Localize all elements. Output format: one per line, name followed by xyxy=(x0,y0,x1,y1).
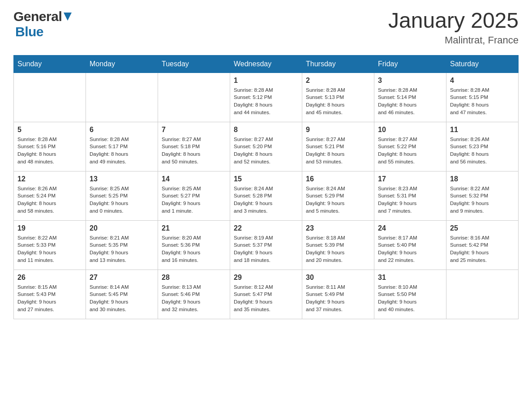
day-header-tuesday: Tuesday xyxy=(158,55,230,73)
calendar-cell: 30Sunrise: 8:11 AM Sunset: 5:49 PM Dayli… xyxy=(302,270,374,319)
calendar-cell: 13Sunrise: 8:25 AM Sunset: 5:25 PM Dayli… xyxy=(86,171,158,220)
calendar-cell: 27Sunrise: 8:14 AM Sunset: 5:45 PM Dayli… xyxy=(86,270,158,319)
logo-triangle-icon xyxy=(64,13,72,22)
day-number: 16 xyxy=(306,175,370,183)
calendar-cell: 23Sunrise: 8:18 AM Sunset: 5:39 PM Dayli… xyxy=(302,220,374,270)
calendar-cell: 14Sunrise: 8:25 AM Sunset: 5:27 PM Dayli… xyxy=(158,171,230,220)
day-info: Sunrise: 8:27 AM Sunset: 5:18 PM Dayligh… xyxy=(162,136,226,166)
day-info: Sunrise: 8:22 AM Sunset: 5:32 PM Dayligh… xyxy=(450,185,515,215)
day-number: 18 xyxy=(450,175,515,183)
day-info: Sunrise: 8:14 AM Sunset: 5:45 PM Dayligh… xyxy=(90,283,154,313)
page-header: General Blue January 2025 Malintrat, Fra… xyxy=(13,9,519,46)
calendar-cell: 4Sunrise: 8:28 AM Sunset: 5:15 PM Daylig… xyxy=(446,73,519,122)
day-info: Sunrise: 8:11 AM Sunset: 5:49 PM Dayligh… xyxy=(306,283,370,313)
calendar-cell: 15Sunrise: 8:24 AM Sunset: 5:28 PM Dayli… xyxy=(230,171,302,220)
day-number: 25 xyxy=(450,224,515,232)
day-info: Sunrise: 8:17 AM Sunset: 5:40 PM Dayligh… xyxy=(378,234,442,264)
day-number: 26 xyxy=(17,274,82,282)
day-number: 6 xyxy=(90,126,154,134)
calendar-cell: 22Sunrise: 8:19 AM Sunset: 5:37 PM Dayli… xyxy=(230,220,302,270)
calendar-cell: 8Sunrise: 8:27 AM Sunset: 5:20 PM Daylig… xyxy=(230,122,302,171)
day-info: Sunrise: 8:27 AM Sunset: 5:22 PM Dayligh… xyxy=(378,136,442,166)
calendar-cell: 2Sunrise: 8:28 AM Sunset: 5:13 PM Daylig… xyxy=(302,73,374,122)
calendar-week-2: 5Sunrise: 8:28 AM Sunset: 5:16 PM Daylig… xyxy=(14,122,519,171)
calendar-cell xyxy=(446,270,519,319)
logo: General Blue xyxy=(13,9,72,39)
day-number: 21 xyxy=(162,224,226,232)
calendar-week-4: 19Sunrise: 8:22 AM Sunset: 5:33 PM Dayli… xyxy=(14,220,519,270)
day-info: Sunrise: 8:12 AM Sunset: 5:47 PM Dayligh… xyxy=(234,283,298,313)
day-number: 15 xyxy=(234,175,298,183)
day-number: 1 xyxy=(234,77,298,85)
day-info: Sunrise: 8:24 AM Sunset: 5:28 PM Dayligh… xyxy=(234,185,298,215)
calendar-cell: 1Sunrise: 8:28 AM Sunset: 5:12 PM Daylig… xyxy=(230,73,302,122)
calendar-cell: 6Sunrise: 8:28 AM Sunset: 5:17 PM Daylig… xyxy=(86,122,158,171)
calendar-title: January 2025 xyxy=(388,9,519,33)
svg-marker-0 xyxy=(64,13,72,21)
day-number: 8 xyxy=(234,126,298,134)
calendar-cell: 29Sunrise: 8:12 AM Sunset: 5:47 PM Dayli… xyxy=(230,270,302,319)
calendar-cell: 28Sunrise: 8:13 AM Sunset: 5:46 PM Dayli… xyxy=(158,270,230,319)
calendar-subtitle: Malintrat, France xyxy=(388,34,519,46)
day-number: 9 xyxy=(306,126,370,134)
calendar-cell: 5Sunrise: 8:28 AM Sunset: 5:16 PM Daylig… xyxy=(14,122,86,171)
calendar-cell xyxy=(158,73,230,122)
day-number: 19 xyxy=(17,224,82,232)
day-info: Sunrise: 8:25 AM Sunset: 5:25 PM Dayligh… xyxy=(90,185,154,215)
day-number: 17 xyxy=(378,175,442,183)
calendar-week-5: 26Sunrise: 8:15 AM Sunset: 5:43 PM Dayli… xyxy=(14,270,519,319)
day-info: Sunrise: 8:28 AM Sunset: 5:15 PM Dayligh… xyxy=(450,86,515,116)
logo-general-text: General xyxy=(13,9,62,24)
calendar-cell xyxy=(14,73,86,122)
day-info: Sunrise: 8:28 AM Sunset: 5:13 PM Dayligh… xyxy=(306,86,370,116)
day-number: 28 xyxy=(162,274,226,282)
day-info: Sunrise: 8:28 AM Sunset: 5:12 PM Dayligh… xyxy=(234,86,298,116)
day-info: Sunrise: 8:18 AM Sunset: 5:39 PM Dayligh… xyxy=(306,234,370,264)
day-header-sunday: Sunday xyxy=(14,55,86,73)
day-info: Sunrise: 8:26 AM Sunset: 5:23 PM Dayligh… xyxy=(450,136,515,166)
logo-blue-text: Blue xyxy=(15,24,43,39)
calendar-week-1: 1Sunrise: 8:28 AM Sunset: 5:12 PM Daylig… xyxy=(14,73,519,122)
day-info: Sunrise: 8:24 AM Sunset: 5:29 PM Dayligh… xyxy=(306,185,370,215)
calendar-cell: 24Sunrise: 8:17 AM Sunset: 5:40 PM Dayli… xyxy=(374,220,446,270)
day-number: 30 xyxy=(306,274,370,282)
calendar-table: SundayMondayTuesdayWednesdayThursdayFrid… xyxy=(13,55,519,319)
day-info: Sunrise: 8:28 AM Sunset: 5:14 PM Dayligh… xyxy=(378,86,442,116)
day-number: 13 xyxy=(90,175,154,183)
day-info: Sunrise: 8:28 AM Sunset: 5:16 PM Dayligh… xyxy=(17,136,82,166)
day-header-thursday: Thursday xyxy=(302,55,374,73)
calendar-cell: 3Sunrise: 8:28 AM Sunset: 5:14 PM Daylig… xyxy=(374,73,446,122)
calendar-header-row: SundayMondayTuesdayWednesdayThursdayFrid… xyxy=(14,55,519,73)
day-number: 27 xyxy=(90,274,154,282)
day-number: 2 xyxy=(306,77,370,85)
day-info: Sunrise: 8:27 AM Sunset: 5:20 PM Dayligh… xyxy=(234,136,298,166)
calendar-cell: 10Sunrise: 8:27 AM Sunset: 5:22 PM Dayli… xyxy=(374,122,446,171)
day-info: Sunrise: 8:21 AM Sunset: 5:35 PM Dayligh… xyxy=(90,234,154,264)
calendar-cell: 20Sunrise: 8:21 AM Sunset: 5:35 PM Dayli… xyxy=(86,220,158,270)
day-info: Sunrise: 8:26 AM Sunset: 5:24 PM Dayligh… xyxy=(17,185,82,215)
calendar-cell: 17Sunrise: 8:23 AM Sunset: 5:31 PM Dayli… xyxy=(374,171,446,220)
day-info: Sunrise: 8:22 AM Sunset: 5:33 PM Dayligh… xyxy=(17,234,82,264)
day-info: Sunrise: 8:13 AM Sunset: 5:46 PM Dayligh… xyxy=(162,283,226,313)
day-number: 4 xyxy=(450,77,515,85)
day-header-wednesday: Wednesday xyxy=(230,55,302,73)
day-header-saturday: Saturday xyxy=(446,55,519,73)
calendar-cell: 31Sunrise: 8:10 AM Sunset: 5:50 PM Dayli… xyxy=(374,270,446,319)
day-number: 22 xyxy=(234,224,298,232)
calendar-cell: 9Sunrise: 8:27 AM Sunset: 5:21 PM Daylig… xyxy=(302,122,374,171)
calendar-cell: 26Sunrise: 8:15 AM Sunset: 5:43 PM Dayli… xyxy=(14,270,86,319)
calendar-cell: 18Sunrise: 8:22 AM Sunset: 5:32 PM Dayli… xyxy=(446,171,519,220)
day-number: 12 xyxy=(17,175,82,183)
day-number: 14 xyxy=(162,175,226,183)
day-number: 29 xyxy=(234,274,298,282)
calendar-cell: 19Sunrise: 8:22 AM Sunset: 5:33 PM Dayli… xyxy=(14,220,86,270)
calendar-cell: 16Sunrise: 8:24 AM Sunset: 5:29 PM Dayli… xyxy=(302,171,374,220)
day-info: Sunrise: 8:27 AM Sunset: 5:21 PM Dayligh… xyxy=(306,136,370,166)
day-info: Sunrise: 8:23 AM Sunset: 5:31 PM Dayligh… xyxy=(378,185,442,215)
day-number: 11 xyxy=(450,126,515,134)
calendar-cell xyxy=(86,73,158,122)
title-block: January 2025 Malintrat, France xyxy=(388,9,519,46)
day-number: 3 xyxy=(378,77,442,85)
day-number: 5 xyxy=(17,126,82,134)
calendar-cell: 21Sunrise: 8:20 AM Sunset: 5:36 PM Dayli… xyxy=(158,220,230,270)
